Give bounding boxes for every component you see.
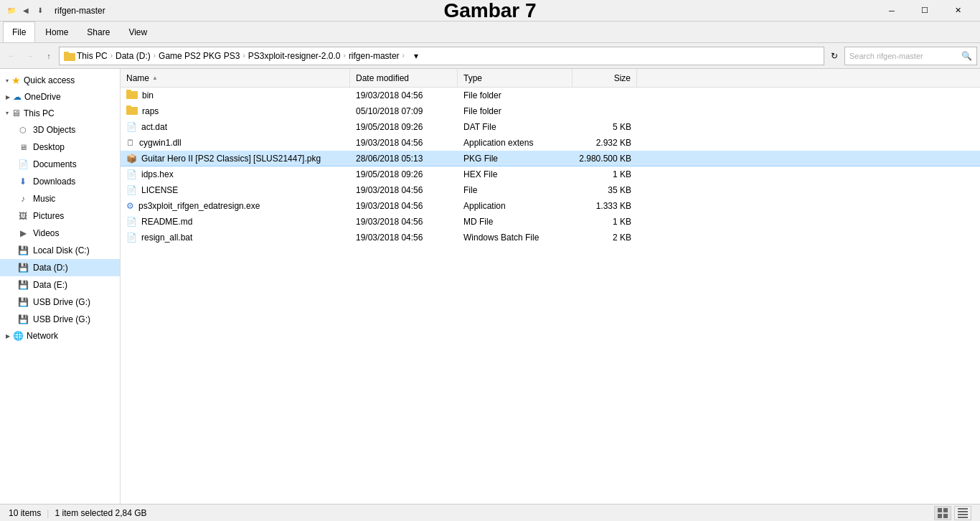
sidebar-item-downloads[interactable]: ⬇ Downloads <box>0 173 120 190</box>
sidebar-item-pictures[interactable]: 🖼 Pictures <box>0 207 120 225</box>
sidebar-label-usbg2: USB Drive (G:) <box>33 314 90 324</box>
search-icon[interactable]: 🔍 <box>961 51 972 61</box>
sidebar-item-desktop[interactable]: 🖥 Desktop <box>0 139 120 156</box>
file-size-cell: 2 KB <box>573 233 637 243</box>
file-name: resign_all.bat <box>141 233 192 243</box>
file-name-cell: 📄 idps.hex <box>121 169 350 179</box>
file-rows-container: bin 19/03/2018 04:56 File folder raps 05… <box>121 88 980 245</box>
details-view-button[interactable] <box>954 506 971 520</box>
breadcrumb-thispc[interactable]: This PC <box>77 51 108 61</box>
file-date-cell: 19/05/2018 09:26 <box>350 169 458 179</box>
file-name-cell: 🗒 cygwin1.dll <box>121 138 350 148</box>
ribbon-tab-file[interactable]: File <box>3 22 35 42</box>
sidebar-label-thispc: This PC <box>24 108 55 118</box>
disk-c-icon: 💾 <box>17 245 29 256</box>
file-type-icon: 📄 <box>126 169 137 179</box>
sidebar-label-onedrive: OneDrive <box>24 92 61 102</box>
sidebar-item-documents[interactable]: 📄 Documents <box>0 156 120 173</box>
sidebar-item-onedrive[interactable]: ▶ ☁ OneDrive <box>0 89 120 105</box>
file-type-cell: HEX File <box>458 169 573 179</box>
table-row[interactable]: 📄 act.dat 19/05/2018 09:26 DAT File 5 KB <box>121 119 980 135</box>
sidebar-item-thispc[interactable]: ▾ 🖥 This PC <box>0 105 120 121</box>
large-icons-button[interactable] <box>934 506 951 520</box>
svg-rect-5 <box>126 105 131 108</box>
file-name: bin <box>142 90 154 100</box>
view-controls <box>934 506 971 520</box>
file-name-cell: bin <box>121 89 350 101</box>
file-size-cell: 2.932 KB <box>573 138 637 148</box>
usb-g2-icon: 💾 <box>17 314 29 325</box>
ribbon-tab-share[interactable]: Share <box>78 22 118 42</box>
sidebar-label-desktop: Desktop <box>33 142 65 152</box>
file-type-cell: Windows Batch File <box>458 233 573 243</box>
breadcrumb-sep-5: › <box>402 52 405 60</box>
ribbon-tab-view[interactable]: View <box>120 22 156 42</box>
maximize-button[interactable]: ☐ <box>908 0 941 22</box>
file-size-cell: 1 KB <box>573 169 637 179</box>
breadcrumb-dropdown[interactable]: ▾ <box>410 47 422 65</box>
expand-arrow-onedrive-icon: ▶ <box>6 94 10 100</box>
file-size-cell: 1 KB <box>573 217 637 227</box>
file-type-icon: 🗒 <box>126 138 135 148</box>
breadcrumb-rifgen[interactable]: rifgen-master <box>349 51 400 61</box>
svg-rect-1 <box>64 52 69 55</box>
table-row[interactable]: 📦 Guitar Hero II [PS2 Classics] [SLUS214… <box>121 151 980 166</box>
sidebar-item-videos[interactable]: ▶ Videos <box>0 225 120 242</box>
folder-icon: 📁 <box>6 5 17 17</box>
file-type-icon: 📄 <box>126 185 137 195</box>
breadcrumb-gameps2[interactable]: Game PS2 PKG PS3 <box>159 51 240 61</box>
documents-icon: 📄 <box>17 159 29 170</box>
table-row[interactable]: 📄 resign_all.bat 19/03/2018 04:56 Window… <box>121 230 980 245</box>
sort-arrow-icon: ▲ <box>152 75 158 81</box>
col-header-date[interactable]: Date modified <box>350 69 458 87</box>
refresh-button[interactable]: ↻ <box>826 47 843 65</box>
breadcrumb-datad[interactable]: Data (D:) <box>116 51 151 61</box>
svg-rect-9 <box>943 514 948 518</box>
svg-rect-10 <box>958 508 968 510</box>
file-date-cell: 05/10/2018 07:09 <box>350 106 458 116</box>
table-row[interactable]: raps 05/10/2018 07:09 File folder <box>121 103 980 119</box>
col-header-size[interactable]: Size <box>573 69 637 87</box>
music-icon: ♪ <box>17 193 29 205</box>
svg-rect-6 <box>938 508 942 512</box>
sidebar-item-datad[interactable]: 💾 Data (D:) <box>0 259 120 276</box>
file-date-cell: 19/03/2018 04:56 <box>350 138 458 148</box>
sidebar-label-datae: Data (E:) <box>33 280 67 290</box>
pictures-icon: 🖼 <box>17 210 29 222</box>
ribbon-tab-home[interactable]: Home <box>37 22 77 42</box>
file-type-cell: File folder <box>458 106 573 116</box>
breadcrumb-ps3xploit[interactable]: PS3xploit-resigner-2.0.0 <box>248 51 341 61</box>
file-type-cell: File <box>458 185 573 195</box>
sidebar-label-downloads: Downloads <box>33 177 75 187</box>
file-size-cell: 5 KB <box>573 122 637 132</box>
table-row[interactable]: 📄 idps.hex 19/05/2018 09:26 HEX File 1 K… <box>121 166 980 182</box>
sidebar-item-localc[interactable]: 💾 Local Disk (C:) <box>0 242 120 259</box>
sidebar-item-network[interactable]: ▶ 🌐 Network <box>0 328 120 344</box>
sidebar-item-datae[interactable]: 💾 Data (E:) <box>0 276 120 294</box>
table-row[interactable]: 🗒 cygwin1.dll 19/03/2018 04:56 Applicati… <box>121 135 980 151</box>
file-name: raps <box>142 106 159 116</box>
col-header-type[interactable]: Type <box>458 69 573 87</box>
sidebar-label-quick-access: Quick access <box>24 75 75 85</box>
sidebar-item-quick-access[interactable]: ▾ ★ Quick access <box>0 72 120 89</box>
sidebar-item-usbg2[interactable]: 💾 USB Drive (G:) <box>0 311 120 328</box>
col-header-name[interactable]: Name ▲ <box>121 69 350 87</box>
col-type-label: Type <box>463 73 482 83</box>
table-row[interactable]: ⚙ ps3xploit_rifgen_edatresign.exe 19/03/… <box>121 198 980 214</box>
file-name: cygwin1.dll <box>139 138 182 148</box>
sidebar-item-usbg1[interactable]: 💾 USB Drive (G:) <box>0 294 120 311</box>
forward-button[interactable]: → <box>22 47 39 65</box>
sidebar-label-usbg1: USB Drive (G:) <box>33 297 90 307</box>
close-button[interactable]: ✕ <box>941 0 974 22</box>
table-row[interactable]: 📄 README.md 19/03/2018 04:56 MD File 1 K… <box>121 214 980 230</box>
file-name-cell: 📄 LICENSE <box>121 185 350 195</box>
file-name-cell: raps <box>121 105 350 117</box>
table-row[interactable]: 📄 LICENSE 19/03/2018 04:56 File 35 KB <box>121 182 980 198</box>
sidebar-item-music[interactable]: ♪ Music <box>0 190 120 207</box>
table-row[interactable]: bin 19/03/2018 04:56 File folder <box>121 88 980 103</box>
minimize-button[interactable]: ─ <box>875 0 908 22</box>
sidebar-item-3dobjects[interactable]: ⬡ 3D Objects <box>0 121 120 139</box>
search-box[interactable]: Search rifgen-master 🔍 <box>844 47 977 65</box>
back-button[interactable]: ← <box>3 47 20 65</box>
up-button[interactable]: ↑ <box>40 47 57 65</box>
